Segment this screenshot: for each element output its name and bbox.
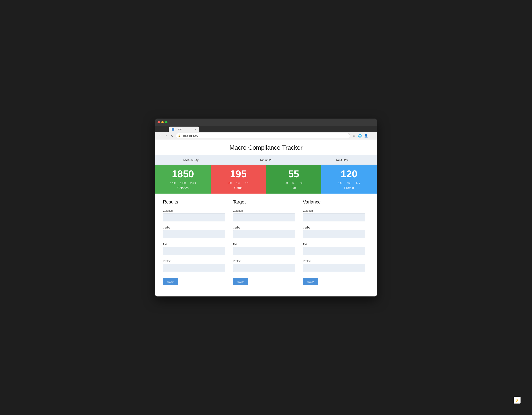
results-carbs-label: Carbs: [163, 226, 225, 229]
results-column: Results Calories Carbs Fat Prote: [163, 199, 229, 285]
profile-button[interactable]: 👤: [364, 133, 368, 138]
protein-high: 175: [356, 181, 360, 184]
variance-fat-field: Fat: [303, 243, 365, 255]
results-fat-label: Fat: [163, 243, 225, 246]
carbs-card: 195 150 160 170 Carbs: [211, 165, 266, 193]
next-day-button[interactable]: Next Day: [307, 155, 377, 165]
carbs-range: 150 160 170: [214, 181, 263, 184]
calories-value: 1850: [158, 169, 208, 179]
results-fat-input[interactable]: [163, 247, 225, 255]
url-text: localhost:3000: [182, 134, 198, 137]
calories-mid: 1850: [180, 181, 186, 184]
target-title: Target: [233, 199, 295, 205]
variance-protein-field: Protein: [303, 260, 365, 272]
target-protein-field: Protein: [233, 260, 295, 272]
results-fat-field: Fat: [163, 243, 225, 255]
target-protein-label: Protein: [233, 260, 295, 263]
minimize-dot[interactable]: [161, 121, 164, 123]
variance-fat-input[interactable]: [303, 247, 365, 255]
carbs-label: Carbs: [214, 186, 263, 190]
fat-high: 70: [300, 181, 302, 184]
variance-save-button[interactable]: Save: [303, 278, 318, 285]
close-dot[interactable]: [158, 121, 160, 123]
variance-calories-field: Calories: [303, 209, 365, 221]
carbs-value: 195: [214, 169, 263, 179]
results-protein-label: Protein: [163, 260, 225, 263]
calories-high: 2000: [190, 181, 196, 184]
variance-carbs-field: Carbs: [303, 226, 365, 238]
variance-calories-input[interactable]: [303, 213, 365, 221]
form-area: Results Calories Carbs Fat Prote: [155, 194, 377, 289]
fat-mid: 60: [292, 181, 295, 184]
target-fat-input[interactable]: [233, 247, 295, 255]
variance-title: Variance: [303, 199, 365, 205]
results-title: Results: [163, 199, 225, 205]
toolbar-right: ☆ 🌐 👤 ⋮: [352, 133, 374, 138]
fat-label: Fat: [269, 186, 318, 190]
results-calories-label: Calories: [163, 209, 225, 212]
browser-titlebar: [155, 119, 377, 126]
carbs-high: 170: [245, 181, 249, 184]
target-protein-input[interactable]: [233, 264, 295, 272]
calories-card: 1850 1700 1850 2000 Calories: [155, 165, 211, 193]
variance-carbs-label: Carbs: [303, 226, 365, 229]
calories-range: 1700 1850 2000: [158, 181, 208, 184]
target-fat-label: Fat: [233, 243, 295, 246]
maximize-dot[interactable]: [165, 121, 167, 123]
fat-card: 55 50 60 70 Fat: [266, 165, 321, 193]
tab-favicon: [172, 128, 174, 131]
calories-low: 1700: [170, 181, 176, 184]
form-columns: Results Calories Carbs Fat Prote: [163, 199, 369, 285]
protein-value: 120: [324, 169, 374, 179]
forward-button[interactable]: →: [164, 133, 168, 138]
active-tab[interactable]: Home ×: [169, 127, 199, 132]
target-save-button[interactable]: Save: [233, 278, 248, 285]
variance-protein-input[interactable]: [303, 264, 365, 272]
results-calories-field: Calories: [163, 209, 225, 221]
results-protein-field: Protein: [163, 260, 225, 272]
day-navigation: Previous Day 1/23/2020 Next Day: [155, 155, 377, 165]
target-carbs-field: Carbs: [233, 226, 295, 238]
protein-range: 145 160 175: [324, 181, 374, 184]
target-calories-label: Calories: [233, 209, 295, 212]
fat-range: 50 60 70: [269, 181, 318, 184]
variance-column: Variance Calories Carbs Fat Prot: [299, 199, 369, 285]
current-date: 1/23/2020: [225, 155, 307, 165]
protein-mid: 160: [347, 181, 351, 184]
results-carbs-input[interactable]: [163, 230, 225, 238]
variance-carbs-input[interactable]: [303, 230, 365, 238]
app-content: Macro Compliance Tracker Previous Day 1/…: [155, 140, 377, 296]
results-calories-input[interactable]: [163, 213, 225, 221]
previous-day-button[interactable]: Previous Day: [155, 155, 225, 165]
results-save-button[interactable]: Save: [163, 278, 178, 285]
target-calories-input[interactable]: [233, 213, 295, 221]
protein-low: 145: [338, 181, 342, 184]
results-protein-input[interactable]: [163, 264, 225, 272]
reload-button[interactable]: ↻: [170, 133, 174, 138]
protein-label: Protein: [324, 186, 374, 190]
bookmark-button[interactable]: ☆: [352, 133, 356, 138]
tab-label: Home: [176, 128, 182, 131]
browser-toolbar: ← → ↻ 🔒 localhost:3000 ☆ 🌐 👤 ⋮: [155, 132, 377, 140]
target-column: Target Calories Carbs Fat Protei: [229, 199, 299, 285]
address-bar[interactable]: 🔒 localhost:3000: [176, 133, 350, 138]
tab-close-button[interactable]: ×: [195, 128, 196, 131]
app-title: Macro Compliance Tracker: [155, 140, 377, 155]
variance-fat-label: Fat: [303, 243, 365, 246]
variance-save-row: Save: [303, 276, 365, 285]
fat-low: 50: [285, 181, 288, 184]
target-save-row: Save: [233, 276, 295, 285]
variance-calories-label: Calories: [303, 209, 365, 212]
menu-button[interactable]: ⋮: [370, 133, 374, 138]
fat-value: 55: [269, 169, 318, 179]
back-button[interactable]: ←: [158, 133, 162, 138]
lightning-badge[interactable]: ⚡: [514, 397, 521, 404]
variance-protein-label: Protein: [303, 260, 365, 263]
macro-cards: 1850 1700 1850 2000 Calories 195 150 160…: [155, 165, 377, 193]
target-fat-field: Fat: [233, 243, 295, 255]
target-carbs-input[interactable]: [233, 230, 295, 238]
results-save-row: Save: [163, 276, 225, 285]
protein-card: 120 145 160 175 Protein: [321, 165, 377, 193]
tab-bar: Home ×: [155, 126, 377, 132]
extensions-button[interactable]: 🌐: [358, 133, 362, 138]
